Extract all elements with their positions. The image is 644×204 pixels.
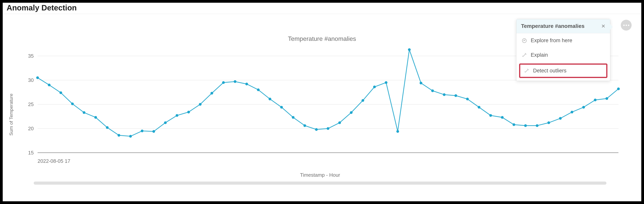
svg-point-44 (408, 48, 411, 51)
svg-point-56 (548, 121, 550, 124)
svg-point-60 (594, 99, 596, 102)
svg-point-34 (292, 116, 294, 119)
horizontal-scrollbar[interactable] (34, 182, 606, 185)
svg-point-37 (327, 127, 329, 130)
svg-point-21 (141, 130, 144, 132)
svg-point-54 (524, 124, 527, 127)
explore-icon (522, 38, 527, 44)
svg-point-26 (199, 103, 202, 106)
svg-point-41 (373, 86, 376, 88)
svg-point-61 (606, 97, 608, 100)
svg-point-52 (501, 116, 504, 119)
svg-point-33 (280, 106, 283, 108)
menu-item-detect-outliers[interactable]: Detect outliers (519, 64, 608, 78)
svg-point-48 (454, 94, 457, 97)
svg-point-49 (466, 98, 469, 100)
menu-item-label: Explain (531, 52, 548, 58)
svg-point-14 (60, 91, 62, 94)
svg-text:15: 15 (28, 150, 34, 156)
svg-point-17 (94, 116, 97, 119)
svg-point-16 (83, 111, 86, 114)
svg-point-23 (164, 121, 167, 124)
svg-point-55 (536, 124, 538, 127)
context-menu: Temperature #anomalies ✕ Explore from he… (516, 19, 610, 81)
svg-text:35: 35 (28, 53, 34, 59)
svg-point-46 (431, 90, 434, 92)
context-menu-title: Temperature #anomalies (521, 23, 584, 29)
svg-point-22 (152, 130, 155, 133)
svg-point-38 (338, 121, 341, 124)
x-axis-label: Timestamp - Hour (10, 166, 630, 180)
page-title: Anomaly Detection (3, 3, 641, 14)
svg-point-45 (420, 82, 422, 84)
svg-point-27 (210, 92, 213, 95)
y-axis-label: Sum of Temperature (8, 94, 14, 136)
svg-point-24 (176, 114, 178, 117)
svg-point-39 (350, 111, 352, 114)
svg-point-31 (257, 88, 260, 91)
svg-point-50 (478, 106, 480, 108)
svg-point-15 (71, 102, 74, 105)
svg-point-35 (304, 124, 306, 127)
svg-point-43 (396, 130, 399, 133)
svg-point-47 (443, 93, 446, 96)
svg-point-29 (234, 80, 236, 83)
svg-point-25 (187, 111, 190, 114)
svg-point-12 (36, 76, 39, 79)
svg-point-62 (617, 88, 620, 90)
wand-icon (524, 68, 530, 74)
svg-point-18 (106, 126, 108, 129)
svg-point-40 (362, 99, 364, 102)
close-icon[interactable]: ✕ (601, 23, 606, 29)
svg-point-58 (570, 111, 573, 114)
svg-point-57 (559, 117, 562, 120)
svg-text:2022-08-05 17: 2022-08-05 17 (38, 158, 70, 164)
menu-item-label: Explore from here (531, 38, 572, 44)
svg-point-28 (222, 81, 225, 84)
wand-icon (522, 52, 527, 58)
svg-point-59 (582, 106, 585, 108)
svg-point-42 (385, 81, 388, 84)
context-menu-header: Temperature #anomalies ✕ (516, 19, 610, 33)
svg-point-32 (268, 98, 271, 100)
more-options-button[interactable] (621, 20, 632, 30)
svg-point-19 (118, 134, 120, 137)
svg-point-30 (245, 83, 248, 85)
svg-text:20: 20 (28, 126, 34, 132)
menu-item-explore[interactable]: Explore from here (516, 33, 610, 48)
svg-point-51 (489, 114, 492, 117)
svg-point-53 (512, 123, 515, 126)
svg-point-13 (48, 84, 50, 86)
svg-point-36 (315, 128, 318, 131)
menu-item-explain[interactable]: Explain (516, 48, 610, 62)
svg-text:30: 30 (28, 77, 34, 83)
menu-item-label: Detect outliers (533, 68, 566, 74)
svg-text:25: 25 (28, 102, 34, 107)
svg-point-20 (129, 135, 132, 138)
